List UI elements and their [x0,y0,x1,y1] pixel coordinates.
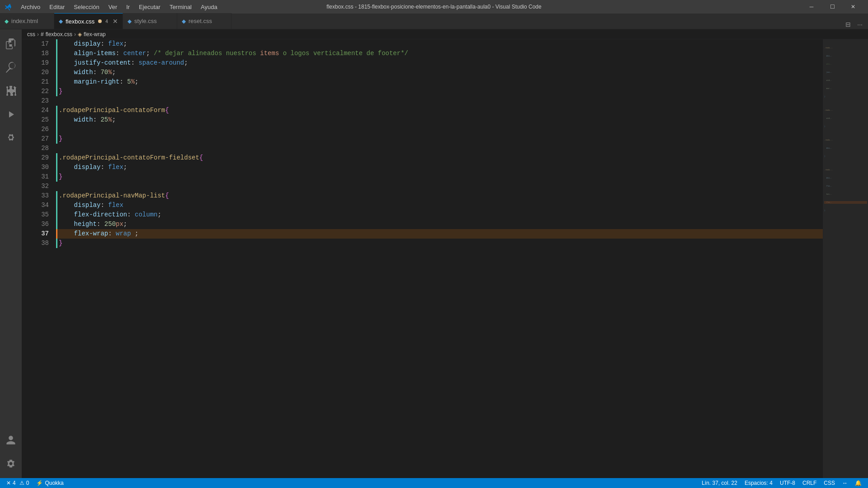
warning-icon: ⚠ [19,480,24,486]
left-gutter [22,39,25,478]
code-line-38: } [56,239,823,248]
code-line-24: .rodapePrincipal-contatoForm{ [56,106,823,115]
tab-flexbox-css-close[interactable]: ✕ [113,18,118,25]
tab-style-css-label: style.css [134,18,157,24]
status-branch[interactable]: ⚡ Quokka [33,478,67,488]
tab-flexbox-css-label: flexbox.css [66,18,94,25]
warning-count: 0 [26,480,29,486]
bell-icon: 🔔 [855,480,862,486]
maximize-button[interactable]: ☐ [822,0,843,14]
status-errors[interactable]: ✕ 4 ⚠ 0 [3,478,33,488]
activity-bar [0,29,22,478]
code-line-33: .rodapePrincipal-navMap-list{ [56,191,823,201]
status-position[interactable]: Lín. 37, col. 22 [698,478,741,488]
menu-editar[interactable]: Editar [45,0,69,14]
window-title: flexbox.css - 1815-flexbox-posicione-ele… [326,4,541,10]
line-ending-text: CRLF [802,480,816,486]
language-text: CSS [824,480,835,486]
activity-search[interactable] [0,56,22,78]
menu-ayuda[interactable]: Ayuda [196,0,222,14]
menu-bar[interactable]: Archivo Editar Selección Ver Ir Ejecutar… [16,0,222,14]
status-live-share[interactable]: ↔ [839,478,851,488]
menu-ejecutar[interactable]: Ejecutar [134,0,165,14]
vscode-icon [5,3,12,10]
breadcrumb: css › # flexbox.css › ◈ flex-wrap [22,29,868,39]
code-line-35: flex-direction: column; [56,210,823,220]
tab-flexbox-css[interactable]: ◆ flexbox.css 4 ✕ [54,13,123,29]
status-line-ending[interactable]: CRLF [799,478,820,488]
status-bell[interactable]: 🔔 [851,478,865,488]
code-line-36: height: 250px; [56,220,823,229]
code-line-21: margin-right: 5%; [56,77,823,87]
status-encoding[interactable]: UTF-8 [776,478,799,488]
breadcrumb-selector: flex-wrap [84,31,106,38]
split-editor-button[interactable]: ⊟ [844,20,853,29]
code-line-34: display: flex [56,201,823,210]
code-line-32 [56,182,823,191]
code-content[interactable]: display: flex; align-items: center; /* d… [52,39,823,478]
breadcrumb-sep2: › [74,31,76,38]
code-line-17: display: flex; [56,39,823,49]
menu-terminal[interactable]: Terminal [165,0,196,14]
menu-archivo[interactable]: Archivo [16,0,45,14]
activity-source-control[interactable] [0,80,22,102]
more-tabs-button[interactable]: ··· [855,20,864,29]
activity-account[interactable] [0,429,22,451]
title-bar: Archivo Editar Selección Ver Ir Ejecutar… [0,0,868,14]
code-line-20: width: 70%; [56,68,823,77]
error-icon: ✕ [6,480,11,486]
code-line-27: } [56,134,823,144]
code-line-28 [56,144,823,153]
window-controls[interactable]: ─ ☐ ✕ [801,0,863,14]
title-bar-left: Archivo Editar Selección Ver Ir Ejecutar… [5,0,222,14]
tab-bar: ◆ index.html ◆ flexbox.css 4 ✕ ◆ style.c… [0,14,868,29]
app-layout: ◆ index.html ◆ flexbox.css 4 ✕ ◆ style.c… [0,14,868,488]
code-line-18: align-items: center; /* dejar alineados … [56,49,823,58]
tab-index-html-label: index.html [11,18,38,24]
spaces-text: Espacios: 4 [745,480,773,486]
activity-explorer[interactable] [0,33,22,55]
encoding-text: UTF-8 [780,480,795,486]
breadcrumb-selector-icon: ◈ [78,31,82,38]
breadcrumb-css: css [27,31,35,38]
code-line-19: justify-content: space-around; [56,58,823,68]
breadcrumb-hash: # [41,31,44,38]
activity-extensions[interactable] [0,127,22,149]
live-share-icon: ↔ [842,480,848,486]
status-language[interactable]: CSS [820,478,839,488]
branch-icon: ⚡ [36,480,43,486]
code-editor: 17 18 19 20 21 22 23 24 25 26 27 28 29 3… [22,39,868,478]
status-spaces[interactable]: Espacios: 4 [741,478,776,488]
close-button[interactable]: ✕ [843,0,863,14]
code-line-25: width: 25%; [56,115,823,125]
menu-ir[interactable]: Ir [122,0,134,14]
code-line-23 [56,96,823,106]
menu-ver[interactable]: Ver [104,0,122,14]
branch-name: Quokka [45,480,63,486]
tab-style-css[interactable]: ◆ style.css [123,13,177,29]
activity-settings[interactable] [0,453,22,474]
content-area: css › # flexbox.css › ◈ flex-wrap 17 18 … [0,29,868,478]
tab-reset-css[interactable]: ◆ reset.css [177,13,231,29]
code-line-29: .rodapePrincipal-contatoForm-fieldset{ [56,153,823,163]
status-bar: ✕ 4 ⚠ 0 ⚡ Quokka Lín. 37, col. 22 Espaci… [0,478,868,488]
breadcrumb-file: flexbox.css [46,31,72,38]
tab-reset-css-label: reset.css [189,18,212,24]
activity-run-debug[interactable] [0,103,22,125]
error-count: 4 [13,480,16,486]
breadcrumb-sep1: › [37,31,39,38]
minimize-button[interactable]: ─ [801,0,822,14]
code-line-22: } [56,87,823,96]
editor-area: css › # flexbox.css › ◈ flex-wrap 17 18 … [22,29,868,478]
position-text: Lín. 37, col. 22 [702,480,737,486]
status-right: Lín. 37, col. 22 Espacios: 4 UTF-8 CRLF … [698,478,865,488]
tab-bar-actions: ⊟ ··· [844,20,868,29]
tab-index-html[interactable]: ◆ index.html [0,13,54,29]
code-line-37: flex-wrap: wrap ; [56,229,823,239]
code-line-26 [56,125,823,134]
line-numbers: 17 18 19 20 21 22 23 24 25 26 27 28 29 3… [25,39,52,478]
code-line-31: } [56,172,823,182]
minimap: .roda... dis.. ali.. jus.. wid.. mar.. }… [823,39,868,478]
menu-seleccion[interactable]: Selección [69,0,104,14]
code-line-30: display: flex; [56,163,823,172]
